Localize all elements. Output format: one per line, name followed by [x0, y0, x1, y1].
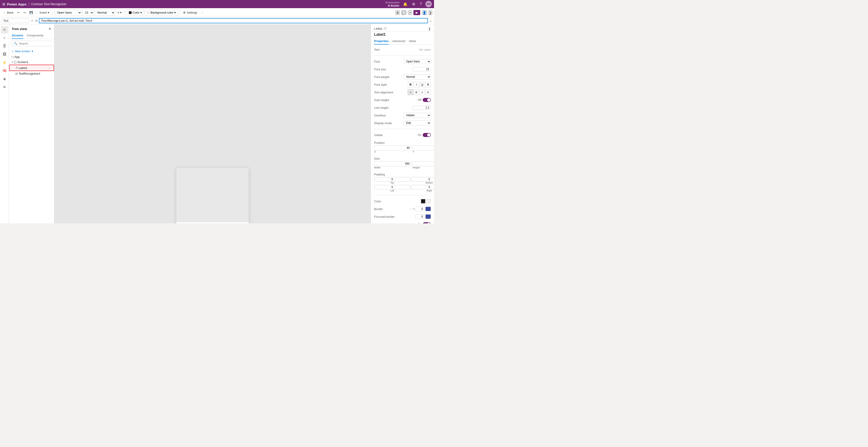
align-center-button[interactable]: ☰	[414, 90, 419, 95]
variables-icon[interactable]: ≋	[1, 83, 8, 90]
redo-button[interactable]: ↪	[22, 10, 27, 15]
formula-input[interactable]	[39, 18, 428, 23]
label1-more-button[interactable]: ···	[48, 66, 51, 70]
padding-grid: Top Bottom Left Right	[374, 177, 431, 192]
person-icon[interactable]: 👤	[422, 10, 427, 15]
back-button[interactable]: ← Back	[2, 10, 15, 15]
pad-top-input[interactable]	[374, 177, 410, 182]
search-icon: 🔍	[14, 42, 18, 45]
pad-bottom-item: Bottom	[411, 177, 434, 184]
tree-item-label1[interactable]: A Label1 ···	[9, 65, 54, 71]
user-avatar[interactable]: DB	[426, 1, 432, 7]
new-screen-button[interactable]: + New screen ▾	[9, 48, 54, 54]
app-grid-icon[interactable]: ⊞	[2, 2, 5, 6]
mixed-reality-icon[interactable]: ◈	[1, 75, 8, 82]
tree-item-screen1[interactable]: ▾ ▢ Screen1	[9, 59, 54, 65]
auto-height-toggle[interactable]	[423, 98, 431, 102]
settings-button[interactable]: ⚙ Settings	[182, 10, 199, 15]
border-color-swatch[interactable]	[426, 207, 431, 211]
pad-bottom-input[interactable]	[411, 177, 434, 182]
media-icon[interactable]: 🖼	[1, 51, 8, 58]
prop-font-select[interactable]: Open Sans	[404, 59, 431, 64]
right-panel-collapse-button[interactable]: ❯	[428, 27, 431, 31]
equals-sign: =	[30, 19, 34, 23]
canvas-top-area	[176, 168, 249, 222]
pad-right-input[interactable]	[411, 185, 434, 189]
position-grid: X Y	[374, 145, 431, 153]
border-width-input[interactable]	[415, 207, 425, 211]
insert-component-icon[interactable]: +	[1, 34, 8, 41]
share-icon[interactable]: ↗	[408, 10, 412, 15]
focused-border-color-swatch[interactable]	[426, 214, 431, 219]
tree-panel-close-button[interactable]: ✕	[49, 27, 51, 31]
right-tab-advanced[interactable]: Advanced	[392, 38, 405, 44]
right-tab-ideas[interactable]: Ideas	[409, 38, 416, 44]
font-weight-select[interactable]: Normal	[95, 9, 115, 16]
prop-focused-border-label: Focused border	[374, 215, 397, 218]
prop-font-size-input[interactable]	[413, 67, 431, 71]
ai-models-icon[interactable]: 🧠	[1, 67, 8, 74]
tree-item-app[interactable]: □ App	[9, 54, 54, 59]
pad-left-input[interactable]	[374, 185, 410, 189]
prop-visible-row: Visible On	[374, 132, 431, 138]
prop-display-mode-select[interactable]: Edit	[404, 120, 431, 125]
tree-item-app-icon: □	[12, 55, 13, 59]
underline-button[interactable]: U	[420, 82, 425, 87]
color-bg-swatch[interactable]	[426, 199, 431, 204]
pad-left-label: Left	[374, 189, 410, 192]
align-right-button[interactable]: ≡	[420, 90, 425, 95]
tree-search-input[interactable]	[19, 42, 57, 45]
tab-components[interactable]: Components	[27, 32, 43, 39]
height-label: Height	[412, 166, 434, 169]
undo-button[interactable]: ↩	[16, 10, 21, 15]
tree-item-screen1-icon: ▢	[14, 60, 17, 64]
notification-bell-icon[interactable]: 🔔	[402, 2, 408, 7]
chat-icon[interactable]: 💬	[401, 10, 406, 15]
prop-line-height-input[interactable]	[413, 106, 431, 110]
help-question-icon[interactable]: ?	[419, 2, 423, 6]
bold-button[interactable]: B	[408, 82, 413, 87]
desktop-preview-icon[interactable]: 🖥	[396, 10, 400, 15]
width-input[interactable]	[374, 161, 411, 166]
font-family-select[interactable]: Open Sans	[55, 9, 82, 16]
right-panel-tabs: Properties Advanced Ideas	[371, 38, 434, 44]
color-button[interactable]: Color ▾	[127, 9, 144, 16]
strikethrough-button[interactable]: S	[426, 82, 431, 87]
tree-item-textrecognizer1[interactable]: ⊡ TextRecognizer1	[9, 71, 54, 76]
color-text-swatch[interactable]: A	[421, 199, 426, 204]
data-sources-icon[interactable]: 🗄	[1, 42, 8, 50]
save-button[interactable]: 💾	[28, 10, 34, 15]
font-size-select[interactable]: 21	[83, 9, 94, 16]
align-left-button[interactable]: ≡	[408, 90, 413, 95]
insert-button[interactable]: Insert ▾	[38, 10, 51, 15]
new-screen-plus-icon: +	[12, 50, 13, 53]
focused-border-input[interactable]	[415, 214, 425, 219]
pos-y-input[interactable]	[412, 145, 434, 150]
control-name-input[interactable]	[2, 19, 29, 23]
play-button[interactable]: ▶	[413, 10, 420, 15]
pos-x-input[interactable]	[374, 145, 411, 150]
settings-gear-icon[interactable]: ⚙	[411, 2, 416, 7]
collapse-right-icon[interactable]: ❯	[429, 10, 432, 15]
align-justify-button[interactable]: ☷	[426, 90, 431, 95]
color-swatch-icon	[129, 11, 131, 14]
prop-overflow-select[interactable]: Hidden	[404, 113, 431, 118]
prop-font-weight-select[interactable]: Normal	[404, 74, 431, 79]
right-panel-label-text: LABEL	[374, 27, 383, 30]
formula-expand-button[interactable]: ⌄	[429, 19, 432, 23]
more-options-button[interactable]: ···	[199, 10, 205, 15]
italic-button[interactable]: I	[414, 82, 419, 87]
tree-view-icon[interactable]: ≡	[1, 26, 8, 33]
wrap-toggle[interactable]	[423, 222, 431, 224]
text-align-button[interactable]: ≡ ▾	[116, 10, 123, 15]
visible-toggle[interactable]	[423, 133, 431, 137]
tab-screens[interactable]: Screens	[12, 32, 23, 39]
size-grid: Width Height	[374, 161, 431, 169]
height-input[interactable]	[412, 161, 434, 166]
bg-color-button[interactable]: Background color ▾	[145, 9, 178, 16]
app-title: Contoso Text Recognizer	[31, 2, 66, 6]
right-tab-properties[interactable]: Properties	[374, 38, 389, 44]
tree-items-list: □ App ▾ ▢ Screen1 A Label1 ··· ⊡ TextRec…	[9, 54, 54, 224]
fx-label: fx	[35, 19, 37, 22]
power-automate-icon[interactable]: ⚡	[1, 59, 8, 66]
